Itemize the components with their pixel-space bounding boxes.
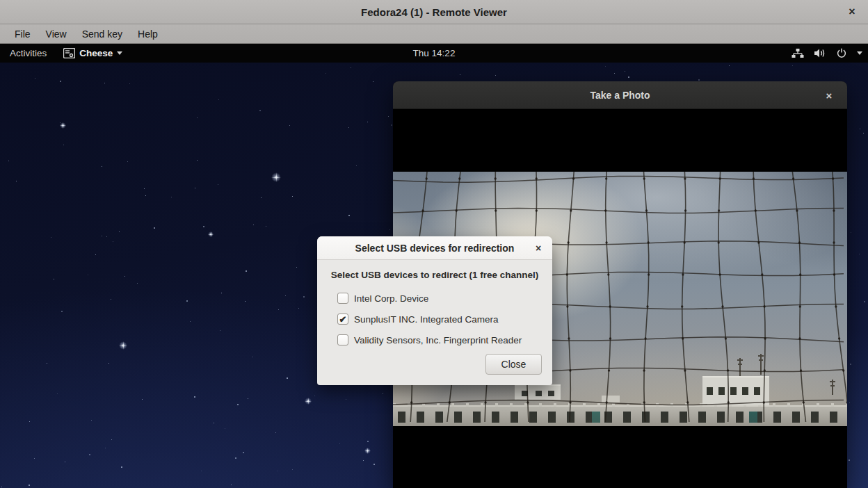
checkbox-fingerprint-reader[interactable] [337, 334, 348, 345]
cheese-titlebar[interactable]: Take a Photo × [393, 81, 847, 109]
volume-icon [814, 48, 826, 58]
close-icon[interactable]: × [530, 240, 547, 257]
remote-viewer-titlebar[interactable]: Fedora24 (1) - Remote Viewer × [0, 0, 868, 24]
camera-app-icon [63, 48, 75, 58]
chevron-down-icon [117, 51, 122, 55]
menu-file[interactable]: File [7, 26, 38, 42]
power-icon [836, 48, 847, 58]
remote-viewer-title: Fedora24 (1) - Remote Viewer [361, 6, 507, 18]
usb-device-list: Intel Corp. Device ✔ SunplusIT INC. Inte… [337, 288, 522, 350]
close-icon[interactable]: × [843, 3, 861, 21]
network-icon [791, 48, 804, 58]
usb-dialog-titlebar[interactable]: Select USB devices for redirection × [317, 236, 552, 260]
gnome-top-bar: Activities Cheese Thu 14:22 [0, 44, 868, 63]
close-icon[interactable]: × [819, 86, 839, 105]
menu-send-key[interactable]: Send key [74, 26, 130, 42]
usb-redirect-dialog: Select USB devices for redirection × Sel… [317, 236, 552, 385]
usb-device-row: Intel Corp. Device [337, 288, 522, 309]
app-menu-cheese[interactable]: Cheese [56, 44, 129, 63]
clock[interactable]: Thu 14:22 [0, 48, 868, 58]
app-menu-label: Cheese [79, 48, 113, 58]
menu-view[interactable]: View [38, 26, 74, 42]
system-status-area[interactable] [791, 44, 862, 63]
usb-device-label: SunplusIT INC. Integrated Camera [354, 314, 499, 325]
usb-device-label: Intel Corp. Device [354, 293, 428, 304]
usb-dialog-heading: Select USB devices to redirect (1 free c… [317, 270, 552, 280]
remote-viewer-menubar: File View Send key Help [0, 24, 868, 44]
usb-device-row: ✔ SunplusIT INC. Integrated Camera [337, 309, 522, 330]
usb-device-label: Validity Sensors, Inc. Fingerprint Reade… [354, 335, 522, 345]
cheese-title: Take a Photo [590, 90, 650, 101]
activities-button[interactable]: Activities [0, 44, 56, 63]
menu-help[interactable]: Help [130, 26, 166, 42]
close-button[interactable]: Close [485, 354, 542, 375]
checkbox-intel-device[interactable] [337, 293, 348, 304]
chevron-down-icon [857, 51, 862, 55]
checkbox-integrated-camera[interactable]: ✔ [337, 314, 348, 325]
usb-dialog-title: Select USB devices for redirection [355, 243, 515, 254]
usb-device-row: Validity Sensors, Inc. Fingerprint Reade… [337, 330, 522, 350]
